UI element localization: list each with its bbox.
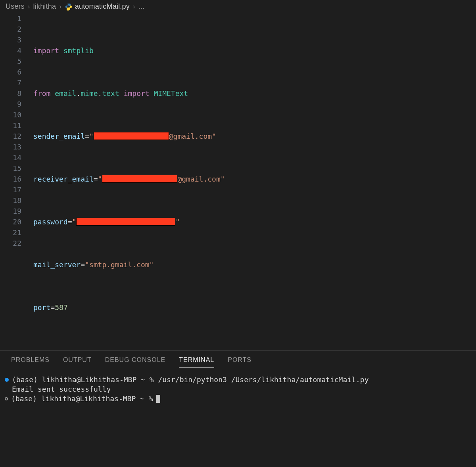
panel-tabs: PROBLEMS OUTPUT DEBUG CONSOLE TERMINAL P… xyxy=(0,351,476,368)
terminal-text: Email sent successfully xyxy=(12,385,111,394)
terminal-cursor xyxy=(156,395,160,403)
bottom-panel: PROBLEMS OUTPUT DEBUG CONSOLE TERMINAL P… xyxy=(0,350,476,467)
terminal[interactable]: (base) likhitha@Likhithas-MBP ~ % /usr/b… xyxy=(0,368,476,467)
code-line[interactable]: password="" xyxy=(33,216,476,227)
terminal-line: Email sent successfully xyxy=(5,385,471,394)
code-line[interactable]: mail_server="smtp.gmail.com" xyxy=(33,259,476,270)
code-line[interactable]: receiver_email="@gmail.com" xyxy=(33,174,476,184)
line-number: 18 xyxy=(0,195,21,206)
line-number: 22 xyxy=(0,238,21,249)
line-number: 3 xyxy=(0,34,21,45)
line-number: 19 xyxy=(0,206,21,216)
breadcrumb-file-name: automaticMail.py xyxy=(75,2,130,11)
line-number: 12 xyxy=(0,131,21,142)
code-line[interactable]: from email.mime.text import MIMEText xyxy=(33,88,476,99)
breadcrumb-tail[interactable]: ... xyxy=(138,2,145,11)
tab-debug-console[interactable]: DEBUG CONSOLE xyxy=(105,356,166,368)
terminal-line: (base) likhitha@Likhithas-MBP ~ % xyxy=(5,394,471,404)
terminal-text: (base) likhitha@Likhithas-MBP ~ % xyxy=(11,394,153,404)
breadcrumb-file[interactable]: automaticMail.py xyxy=(65,2,130,11)
line-number: 5 xyxy=(0,56,21,67)
tab-problems[interactable]: PROBLEMS xyxy=(11,356,50,368)
code-line[interactable]: sender_email="@gmail.com" xyxy=(33,131,476,142)
terminal-text: (base) likhitha@Likhithas-MBP ~ % /usr/b… xyxy=(12,375,369,385)
line-number: 9 xyxy=(0,99,21,109)
line-number: 15 xyxy=(0,163,21,174)
redacted-block xyxy=(94,132,169,140)
line-number: 21 xyxy=(0,227,21,238)
code-line[interactable]: port=587 xyxy=(33,302,476,313)
tab-ports[interactable]: PORTS xyxy=(228,356,251,368)
breadcrumb-segment[interactable]: Users xyxy=(6,2,25,11)
line-number: 7 xyxy=(0,77,21,88)
line-number-gutter: 12345678910111213141516171819202122 xyxy=(0,13,29,350)
line-number: 13 xyxy=(0,142,21,152)
line-number: 17 xyxy=(0,184,21,195)
tab-terminal[interactable]: TERMINAL xyxy=(179,356,214,368)
line-number: 11 xyxy=(0,120,21,131)
code-editor[interactable]: 12345678910111213141516171819202122 impo… xyxy=(0,12,476,350)
line-number: 6 xyxy=(0,67,21,77)
chevron-right-icon: › xyxy=(28,3,30,10)
status-dot-icon xyxy=(5,397,8,400)
breadcrumb-segment[interactable]: likhitha xyxy=(33,2,56,11)
line-number: 14 xyxy=(0,152,21,163)
tab-output[interactable]: OUTPUT xyxy=(63,356,92,368)
redacted-block xyxy=(102,175,177,183)
line-number: 10 xyxy=(0,109,21,120)
line-number: 8 xyxy=(0,88,21,99)
redacted-block xyxy=(76,218,175,226)
chevron-right-icon: › xyxy=(133,3,135,10)
status-dot-icon xyxy=(5,378,9,382)
python-file-icon xyxy=(65,3,73,11)
code-area[interactable]: import smtplib from email.mime.text impo… xyxy=(29,13,476,350)
line-number: 16 xyxy=(0,174,21,184)
line-number: 20 xyxy=(0,216,21,227)
terminal-line: (base) likhitha@Likhithas-MBP ~ % /usr/b… xyxy=(5,375,471,385)
line-number: 4 xyxy=(0,45,21,56)
line-number: 1 xyxy=(0,13,21,24)
line-number: 2 xyxy=(0,24,21,34)
code-line[interactable] xyxy=(33,345,476,350)
chevron-right-icon: › xyxy=(59,3,61,10)
code-line[interactable]: import smtplib xyxy=(33,45,476,56)
breadcrumb: Users › likhitha › automaticMail.py › ..… xyxy=(0,0,476,12)
